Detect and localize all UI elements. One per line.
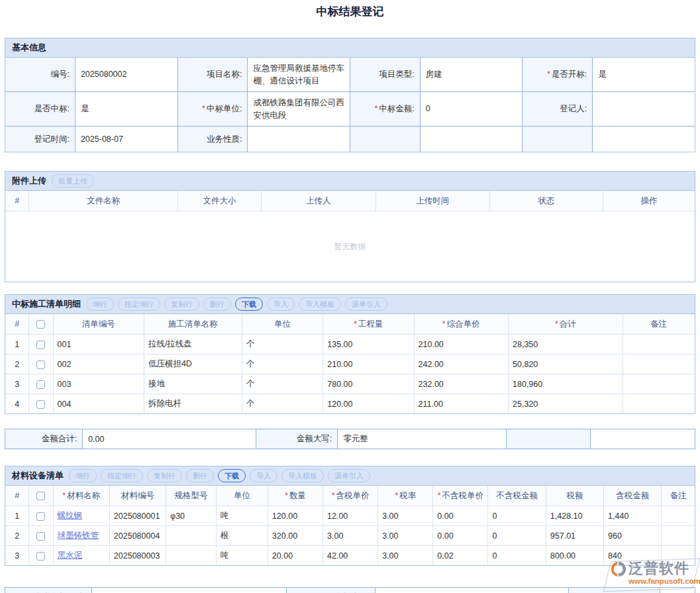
material-link[interactable]: 螺纹钢 bbox=[58, 511, 83, 520]
download-button[interactable]: 下载 bbox=[235, 297, 263, 311]
cell: 吨 bbox=[216, 506, 268, 526]
field-value: 2025080002 bbox=[75, 58, 177, 92]
field-label bbox=[350, 127, 420, 152]
bid-list-table: #清单编号施工清单名称单位*工程量*综合单价*合计备注1001拉线/拉线盘个13… bbox=[5, 314, 695, 413]
cell: 004 bbox=[53, 394, 144, 414]
column-header: *税率 bbox=[378, 486, 433, 506]
required-asterisk: * bbox=[395, 491, 398, 500]
cell bbox=[166, 546, 217, 566]
fanpu-url: www.fanpusoft.com bbox=[628, 576, 700, 586]
amount-caps-label: 金额大写: bbox=[286, 588, 375, 593]
cell: 120.00 bbox=[323, 394, 414, 414]
column-header: *综合单价 bbox=[414, 314, 508, 335]
field-label: 项目类型: bbox=[350, 58, 420, 92]
batch-upload-button[interactable]: 批量上传 bbox=[52, 174, 94, 188]
field-label: 登记时间: bbox=[5, 127, 75, 152]
cell: 780.00 bbox=[323, 374, 414, 394]
insert-row-button[interactable]: 指定增行 bbox=[101, 469, 143, 482]
row-checkbox-cell bbox=[29, 374, 53, 394]
add-row-button[interactable]: 增行 bbox=[86, 297, 114, 311]
field-value: 2025-08-07 bbox=[75, 127, 177, 152]
cell: 001 bbox=[53, 335, 144, 354]
copy-row-button[interactable]: 复制行 bbox=[147, 469, 182, 482]
add-row-button[interactable]: 增行 bbox=[69, 469, 97, 482]
checkbox-icon[interactable] bbox=[36, 532, 45, 541]
row-checkbox-cell bbox=[29, 354, 53, 374]
column-header: *含税单价 bbox=[323, 486, 378, 506]
materials-toolbar: 增行指定增行复制行删行下载导入导入模板源单引入 bbox=[69, 469, 370, 482]
column-header: 上传时间 bbox=[375, 191, 490, 211]
table-row: 4004拆除电杆个120.00211.0025,320 bbox=[5, 394, 695, 414]
checkbox-icon[interactable] bbox=[36, 512, 45, 521]
select-all-checkbox[interactable] bbox=[29, 314, 53, 335]
column-header: 单位 bbox=[216, 486, 268, 506]
material-link[interactable]: 黑水泥 bbox=[58, 551, 83, 560]
source-import-button[interactable]: 源单引入 bbox=[328, 469, 370, 482]
page-title: 中标结果登记 bbox=[0, 4, 700, 20]
attachments-table: #文件名称文件大小上传人上传时间状态操作 bbox=[5, 191, 695, 211]
cell bbox=[623, 374, 695, 394]
cell: 个 bbox=[242, 394, 323, 414]
bid-list-totals-row: 金额合计: 0.00 金额大写: 零元整 bbox=[5, 429, 695, 449]
material-link[interactable]: 球墨铸铁管 bbox=[58, 531, 99, 540]
field-label: 是否中标: bbox=[5, 92, 75, 127]
cell: 210.00 bbox=[414, 335, 508, 354]
download-button[interactable]: 下载 bbox=[218, 469, 246, 482]
cell: 180,960 bbox=[509, 374, 623, 394]
column-header: 单位 bbox=[242, 314, 323, 335]
row-checkbox-cell bbox=[29, 506, 53, 526]
column-header: 上传人 bbox=[261, 191, 375, 211]
cell: 1,428.10 bbox=[546, 506, 603, 526]
cell: 0 bbox=[488, 526, 546, 546]
amount-caps-value: 零元整 bbox=[375, 588, 569, 593]
cell: 12.00 bbox=[323, 506, 378, 526]
cell: 3.00 bbox=[378, 526, 433, 546]
cell: 个 bbox=[242, 335, 323, 354]
select-all-checkbox[interactable] bbox=[29, 486, 53, 506]
checkbox-icon[interactable] bbox=[36, 320, 45, 329]
required-asterisk: * bbox=[332, 491, 335, 500]
checkbox-icon[interactable] bbox=[36, 341, 45, 349]
cell: 0 bbox=[488, 506, 546, 526]
delete-row-button[interactable]: 删行 bbox=[203, 297, 231, 311]
amount-total-value: 0.00 bbox=[83, 429, 256, 449]
checkbox-icon[interactable] bbox=[36, 492, 45, 500]
copy-row-button[interactable]: 复制行 bbox=[164, 297, 199, 311]
import-button[interactable]: 导入 bbox=[267, 297, 295, 311]
field-label bbox=[523, 127, 593, 152]
column-header: 备注 bbox=[623, 314, 695, 335]
column-header: 税额 bbox=[546, 486, 603, 506]
cell: 20.00 bbox=[268, 546, 323, 566]
amount-caps-label: 金额大写: bbox=[256, 429, 337, 449]
tax-amount-total-value: 0 bbox=[91, 588, 286, 593]
source-import-button[interactable]: 源单引入 bbox=[345, 297, 387, 311]
import-template-button[interactable]: 导入模板 bbox=[299, 297, 341, 311]
field-label: 登记人: bbox=[523, 92, 593, 127]
field-label: 项目名称: bbox=[177, 58, 248, 92]
cell: 800.00 bbox=[546, 546, 603, 566]
section-bid-list: 中标施工清单明细 增行指定增行复制行删行下载导入导入模板源单引入 #清单编号施工… bbox=[5, 294, 695, 414]
section-bid-list-header: 中标施工清单明细 增行指定增行复制行删行下载导入导入模板源单引入 bbox=[5, 295, 695, 314]
cell bbox=[662, 506, 695, 526]
cell: 球墨铸铁管 bbox=[53, 526, 109, 546]
cell: 120.00 bbox=[268, 506, 323, 526]
cell: 低压横担4D bbox=[144, 354, 242, 374]
checkbox-icon[interactable] bbox=[36, 400, 45, 409]
insert-row-button[interactable]: 指定增行 bbox=[118, 297, 160, 311]
checkbox-icon[interactable] bbox=[36, 552, 45, 561]
table-row: 3003接地个780.00232.00180,960 bbox=[5, 374, 695, 394]
amount-total-label: 金额合计: bbox=[5, 429, 83, 449]
checkbox-icon[interactable] bbox=[36, 360, 45, 369]
section-attachments: 附件上传 批量上传 #文件名称文件大小上传人上传时间状态操作 暂无数据 bbox=[5, 171, 695, 282]
field-value bbox=[248, 127, 350, 152]
field-value bbox=[593, 127, 695, 152]
column-header: 材料编号 bbox=[109, 486, 166, 506]
cell bbox=[623, 394, 695, 414]
column-header: # bbox=[5, 191, 29, 211]
checkbox-icon[interactable] bbox=[36, 380, 45, 389]
import-button[interactable]: 导入 bbox=[250, 469, 277, 482]
column-header: 施工清单名称 bbox=[144, 314, 242, 335]
delete-row-button[interactable]: 删行 bbox=[186, 469, 214, 482]
import-template-button[interactable]: 导入模板 bbox=[281, 469, 324, 482]
cell: 50,820 bbox=[509, 354, 623, 374]
